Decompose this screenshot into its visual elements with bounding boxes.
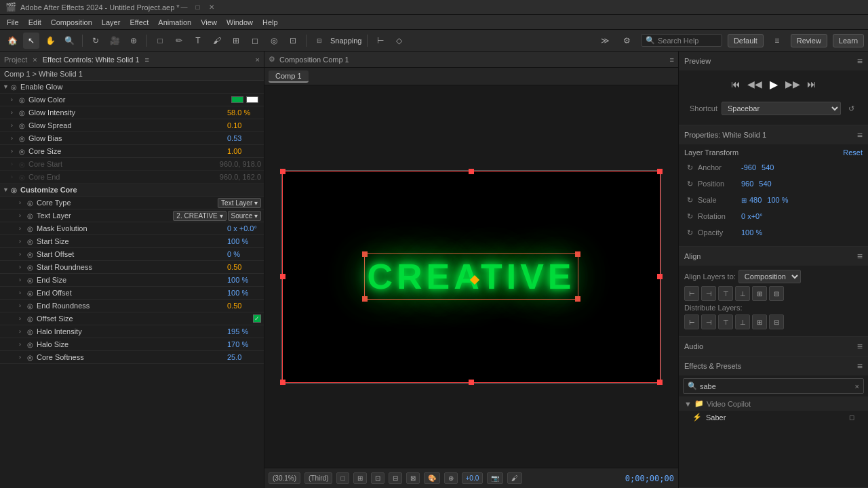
scale-link-icon[interactable]: ⊞: [741, 197, 747, 204]
start-offset-value[interactable]: 0 %: [227, 250, 261, 258]
properties-menu-icon[interactable]: ≡: [857, 129, 863, 140]
shortcut-select[interactable]: Spacebar: [722, 102, 841, 115]
core-softness-value[interactable]: 25.0: [227, 353, 261, 361]
comp-view-btn2[interactable]: ⊞: [353, 472, 367, 484]
rotate-tool[interactable]: ↻: [87, 33, 104, 49]
comp-header-menu[interactable]: ≡: [670, 56, 674, 64]
offset-size-checkbox[interactable]: ✓: [253, 314, 261, 323]
effects-search-box[interactable]: 🔍 ×: [683, 378, 864, 394]
preview-header[interactable]: Preview ≡: [679, 52, 868, 70]
mask-evolution-value[interactable]: 0 x +0.0°: [227, 224, 261, 232]
dist-vcenter-btn[interactable]: ⊞: [752, 314, 767, 329]
audio-header[interactable]: Audio ≡: [679, 337, 868, 356]
start-size-value[interactable]: 100 %: [227, 237, 261, 245]
scale-value-x[interactable]: 480: [749, 196, 762, 204]
hand-tool[interactable]: ✋: [42, 33, 58, 49]
align-vcenter-btn[interactable]: ⊞: [752, 286, 767, 301]
expand-core-softness[interactable]: ›: [19, 354, 27, 361]
pen-tool[interactable]: ✏: [171, 33, 187, 49]
anchor-value-y[interactable]: 540: [762, 163, 774, 171]
rotation-anim-icon[interactable]: ↻: [684, 211, 695, 222]
halo-intensity-value[interactable]: 195 %: [227, 327, 261, 336]
menu-view[interactable]: View: [197, 17, 221, 28]
menu-layer[interactable]: Layer: [98, 17, 125, 28]
expand-glow-intensity[interactable]: ›: [11, 109, 19, 116]
text-layer-dropdown[interactable]: 2. CREATIVE ▾: [173, 211, 226, 221]
expand-halo-intensity[interactable]: ›: [19, 328, 27, 335]
align-tool[interactable]: ⊢: [372, 33, 389, 49]
orbit-tool[interactable]: ⊕: [125, 33, 142, 49]
reset-btn[interactable]: Reset: [843, 148, 863, 157]
position-value-x[interactable]: 960: [741, 180, 753, 188]
roto-tool[interactable]: ◎: [266, 33, 282, 49]
minimize-button[interactable]: —: [180, 3, 189, 12]
glow-spread-value[interactable]: 0.10: [227, 121, 261, 129]
menu-animation[interactable]: Animation: [154, 17, 195, 28]
dist-bottom-btn[interactable]: ⊟: [769, 314, 784, 329]
close-button[interactable]: ✕: [207, 3, 216, 12]
comp-view-btn1[interactable]: □: [336, 472, 349, 484]
align-right-btn[interactable]: ⊤: [718, 286, 733, 301]
menu-help[interactable]: Help: [258, 17, 282, 28]
search-help-box[interactable]: 🔍 Search Help: [641, 34, 722, 47]
expand-end-roundness[interactable]: ›: [19, 302, 27, 309]
comp-target-btn[interactable]: ⊕: [444, 472, 458, 484]
menu-composition[interactable]: Composition: [47, 17, 96, 28]
comp-view-btn3[interactable]: ⊡: [371, 472, 384, 484]
expand-core-size[interactable]: ›: [11, 148, 19, 155]
snapshot-btn[interactable]: 📷: [487, 472, 503, 484]
go-to-end-btn[interactable]: ⏭: [804, 76, 820, 92]
expand-glow-bias[interactable]: ›: [11, 135, 19, 142]
expand-start-offset[interactable]: ›: [19, 251, 27, 258]
expand-glow-spread[interactable]: ›: [11, 122, 19, 129]
glow-bias-value[interactable]: 0.53: [227, 134, 261, 142]
paint-btn[interactable]: 🖌: [507, 472, 522, 484]
tab-project[interactable]: Project: [4, 56, 27, 64]
step-forward-btn[interactable]: ▶▶: [785, 76, 801, 92]
glow-intensity-value[interactable]: 58.0 %: [227, 108, 261, 117]
scale-value-y[interactable]: 100 %: [767, 196, 788, 204]
properties-header[interactable]: Properties: White Solid 1 ≡: [679, 125, 868, 144]
expand-end-offset[interactable]: ›: [19, 289, 27, 296]
shape-tool[interactable]: ◇: [391, 33, 408, 49]
view-selector[interactable]: (Third): [304, 472, 332, 484]
scale-anim-icon[interactable]: ↻: [684, 195, 695, 205]
left-panel-close[interactable]: ×: [256, 56, 260, 64]
dist-top-btn[interactable]: ⊥: [735, 314, 750, 329]
text-layer-source-dropdown[interactable]: Source ▾: [228, 211, 261, 221]
go-to-start-btn[interactable]: ⏮: [728, 76, 744, 92]
align-top-btn[interactable]: ⊥: [735, 286, 750, 301]
eraser-tool[interactable]: ◻: [247, 33, 263, 49]
end-size-value[interactable]: 100 %: [227, 276, 261, 284]
core-size-value[interactable]: 1.00: [227, 147, 261, 155]
workspace-menu-icon[interactable]: ≡: [769, 33, 785, 49]
effects-search-clear-icon[interactable]: ×: [855, 382, 859, 390]
play-btn[interactable]: ▶: [766, 76, 782, 92]
color-picker-btn[interactable]: 🎨: [424, 472, 440, 484]
audio-menu-icon[interactable]: ≡: [857, 341, 863, 352]
menu-file[interactable]: File: [3, 17, 23, 28]
end-offset-value[interactable]: 100 %: [227, 289, 261, 297]
position-value-y[interactable]: 540: [759, 180, 771, 188]
expand-start-size[interactable]: ›: [19, 238, 27, 245]
step-back-btn[interactable]: ◀◀: [747, 76, 763, 92]
maximize-button[interactable]: □: [193, 3, 203, 12]
inner-handle-tr[interactable]: [575, 251, 580, 257]
exposure-btn[interactable]: +0.0: [462, 472, 484, 484]
comp-tab[interactable]: Comp 1: [269, 70, 309, 83]
start-roundness-value[interactable]: 0.50: [227, 263, 261, 271]
comp-settings-icon[interactable]: ⚙: [619, 33, 635, 49]
effects-presets-menu-icon[interactable]: ≡: [857, 361, 863, 371]
rotation-value[interactable]: 0 x+0°: [741, 212, 763, 220]
expand-icon[interactable]: ≫: [597, 33, 614, 49]
opacity-value[interactable]: 100 %: [741, 228, 762, 237]
brush-tool[interactable]: 🖌: [209, 33, 225, 49]
inner-handle-br[interactable]: [575, 296, 580, 302]
expand-mask-evolution[interactable]: ›: [19, 225, 27, 232]
zoom-selector[interactable]: (30.1%): [269, 472, 300, 484]
shortcut-reset-icon[interactable]: ↺: [845, 102, 857, 115]
puppet-tool[interactable]: ⊡: [285, 33, 301, 49]
snapping-label[interactable]: Snapping: [330, 37, 362, 45]
halo-size-value[interactable]: 170 %: [227, 340, 261, 348]
align-to-dropdown[interactable]: Composition: [738, 270, 801, 283]
